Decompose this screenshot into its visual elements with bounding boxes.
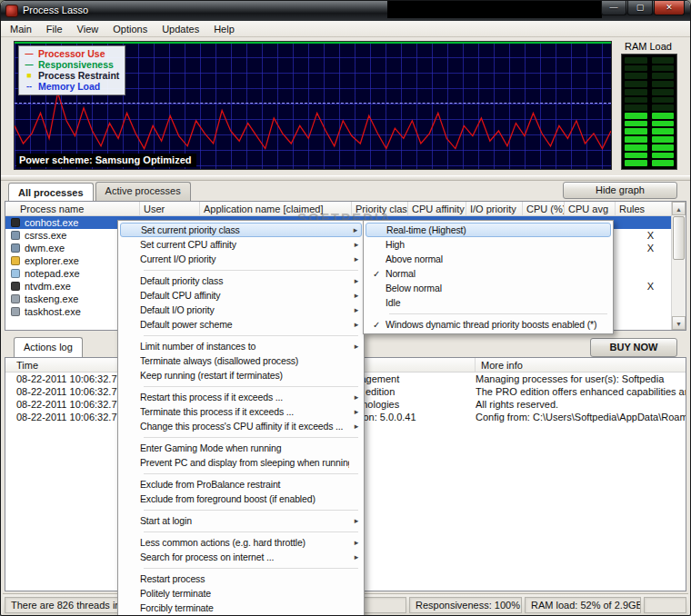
menu-item[interactable]: Terminate always (disallowed process) bbox=[120, 353, 362, 368]
column-header[interactable]: Application name [claimed] bbox=[200, 202, 352, 215]
menu-item[interactable]: Exclude from ProBalance restraint bbox=[120, 477, 362, 492]
log-time: 08-22-2011 10:06:32.774 bbox=[11, 373, 118, 384]
log-time: 08-22-2011 10:06:32.774 bbox=[11, 399, 118, 410]
column-header[interactable]: CPU affinity bbox=[408, 202, 466, 215]
maximize-button[interactable]: ▢ bbox=[627, 1, 653, 15]
ram-segment bbox=[652, 144, 675, 151]
menu-item-label: Limit number of instances to bbox=[140, 341, 349, 352]
column-header[interactable]: CPU avg bbox=[565, 202, 616, 215]
menu-item[interactable]: Default CPU affinity ▸ bbox=[120, 288, 362, 303]
column-header[interactable]: Priority class bbox=[352, 202, 408, 215]
menu-item[interactable]: Default priority class ▸ bbox=[120, 273, 362, 288]
process-view-tab[interactable]: All processes bbox=[8, 183, 94, 202]
menu-item[interactable]: Default I/O priority ▸ bbox=[120, 303, 362, 317]
submenu-item[interactable]: Real-time (Highest) bbox=[366, 223, 611, 237]
menubar-item[interactable]: Help bbox=[206, 22, 242, 36]
ram-segment bbox=[652, 136, 675, 143]
menu-item-label: Restart this process if it exceeds ... bbox=[140, 392, 349, 402]
menu-item[interactable]: Set current priority class ▸ bbox=[120, 223, 362, 237]
submenu-item[interactable]: ✓ Windows dynamic thread priority boosts… bbox=[366, 317, 611, 332]
submenu-arrow-icon: ▸ bbox=[349, 516, 358, 525]
menu-item[interactable] bbox=[120, 383, 362, 390]
column-header-more-info[interactable]: More info bbox=[476, 358, 686, 372]
legend-entry: ■ Process Restraint bbox=[23, 70, 119, 81]
menu-item-label: Start at login bbox=[140, 515, 349, 526]
scroll-down-icon[interactable]: ▼ bbox=[672, 316, 686, 330]
menu-item[interactable]: Default power scheme ▸ bbox=[120, 317, 362, 332]
menu-item[interactable]: Start at login ▸ bbox=[120, 513, 362, 528]
menu-item[interactable]: Search for process on internet ... ▸ bbox=[120, 550, 362, 564]
menu-item-label: Default power scheme bbox=[140, 319, 349, 330]
column-header-time[interactable]: Time bbox=[11, 358, 118, 372]
menu-item[interactable]: Limit number of instances to ▸ bbox=[120, 339, 362, 353]
process-icon bbox=[11, 256, 20, 265]
scrollbar-thumb[interactable] bbox=[673, 216, 685, 260]
process-icon bbox=[11, 294, 20, 303]
submenu-item[interactable] bbox=[366, 310, 611, 317]
check-icon: ✓ bbox=[367, 320, 386, 330]
ram-segment bbox=[625, 89, 647, 95]
ram-segment bbox=[625, 57, 647, 64]
ram-segment bbox=[652, 73, 675, 79]
process-icon bbox=[11, 307, 20, 316]
process-table-scrollbar[interactable]: ▲ ▼ bbox=[671, 202, 686, 330]
menu-item[interactable] bbox=[120, 528, 362, 535]
menu-item[interactable]: Keep running (restart if terminates) bbox=[120, 368, 362, 383]
buy-now-button[interactable]: BUY NOW bbox=[590, 338, 677, 357]
menu-item-label: Keep running (restart if terminates) bbox=[140, 370, 349, 381]
menubar-item[interactable]: Updates bbox=[155, 22, 206, 36]
submenu-item[interactable]: Idle bbox=[366, 295, 611, 310]
ram-load-title: RAM Load bbox=[616, 41, 681, 52]
legend-label: Memory Load bbox=[38, 81, 100, 92]
legend-label: Responsiveness bbox=[38, 59, 114, 70]
column-header[interactable]: User bbox=[140, 202, 200, 215]
hide-graph-button[interactable]: Hide graph bbox=[563, 182, 677, 199]
menu-item[interactable]: Exclude from foreground boost (if enable… bbox=[120, 492, 362, 506]
menu-item[interactable]: Prevent PC and display from sleeping whe… bbox=[120, 455, 362, 470]
process-icon bbox=[11, 269, 20, 278]
menu-item[interactable]: Change this process's CPU affinity if it… bbox=[120, 419, 362, 433]
menu-item[interactable]: Restart this process if it exceeds ... ▸ bbox=[120, 390, 362, 404]
menu-item-label: Default priority class bbox=[140, 275, 349, 286]
menu-item[interactable] bbox=[120, 266, 362, 273]
menu-item[interactable]: Set current CPU affinity ▸ bbox=[120, 237, 362, 252]
submenu-arrow-icon: ▸ bbox=[349, 422, 358, 431]
menubar-item[interactable]: Main bbox=[3, 22, 39, 36]
close-button[interactable]: ✕ bbox=[654, 1, 685, 15]
menu-item[interactable] bbox=[120, 506, 362, 513]
log-more-info: All rights reserved. bbox=[476, 399, 686, 410]
menubar-item[interactable]: Options bbox=[105, 22, 155, 36]
menu-item[interactable]: Current I/O priority ▸ bbox=[120, 252, 362, 266]
menu-item[interactable]: Less common actions (e.g. hard throttle)… bbox=[120, 535, 362, 550]
menu-item-label: Set current priority class bbox=[141, 224, 348, 235]
menu-item[interactable]: Restart process bbox=[120, 571, 362, 586]
tab-actions-log[interactable]: Actions log bbox=[14, 337, 83, 357]
menubar-item[interactable]: View bbox=[70, 22, 106, 36]
scroll-up-icon[interactable]: ▲ bbox=[672, 202, 686, 215]
submenu-arrow-icon: ▸ bbox=[349, 392, 358, 402]
status-ram-load: RAM load: 52% of 2.9GB bbox=[525, 597, 641, 613]
menu-item[interactable] bbox=[120, 433, 362, 441]
submenu-item[interactable]: Below normal bbox=[366, 281, 611, 295]
menubar-item[interactable]: File bbox=[39, 22, 70, 36]
menu-item[interactable] bbox=[120, 564, 362, 571]
status-empty-pane bbox=[644, 597, 686, 613]
menu-item[interactable]: Terminate this process if it exceeds ...… bbox=[120, 404, 362, 419]
process-icon bbox=[11, 282, 20, 291]
submenu-item[interactable]: ✓ Normal bbox=[366, 266, 611, 281]
submenu-item[interactable]: Above normal bbox=[366, 252, 611, 266]
process-icon bbox=[11, 218, 20, 227]
column-header[interactable]: I/O priority bbox=[466, 202, 523, 215]
menu-item[interactable] bbox=[120, 332, 362, 339]
menu-item[interactable]: Forcibly terminate bbox=[120, 601, 362, 615]
process-view-tab[interactable]: Active processes bbox=[95, 182, 191, 201]
menu-item[interactable] bbox=[120, 470, 362, 477]
column-header[interactable]: CPU (%) bbox=[523, 202, 565, 215]
menu-item[interactable]: Enter Gaming Mode when running bbox=[120, 441, 362, 455]
legend-marker-icon: — bbox=[23, 48, 35, 59]
title-bar[interactable]: Process Lasso — ▢ ✕ bbox=[1, 1, 690, 21]
column-header[interactable]: Process name bbox=[5, 202, 140, 215]
submenu-item[interactable]: High bbox=[366, 237, 611, 252]
minimize-button[interactable]: — bbox=[601, 1, 626, 15]
menu-item[interactable]: Politely terminate bbox=[120, 586, 362, 601]
